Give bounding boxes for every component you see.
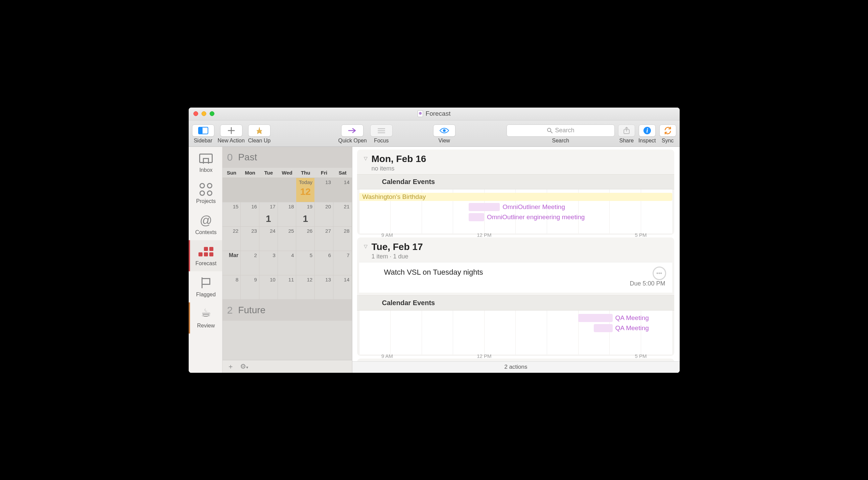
event-bar[interactable]: OmniOutliner engineering meeting (469, 213, 484, 221)
window-title: Forecast (426, 110, 451, 117)
document-icon (418, 110, 423, 117)
calendar-cell[interactable]: 25 (278, 227, 297, 251)
calendar-cell[interactable]: 14 (333, 275, 352, 300)
calendar-cell[interactable] (259, 178, 278, 202)
calendar-cell[interactable]: 10 (259, 275, 278, 300)
actions-count: 2 actions (504, 364, 527, 370)
calendar-cell[interactable]: 23 (241, 227, 259, 251)
calendar-cell[interactable]: 2 (241, 251, 259, 275)
day-section: ▽ Tue, Feb 17 1 item · 1 dueWatch VSL on… (357, 237, 674, 356)
perspective-projects[interactable]: Projects (189, 178, 222, 209)
share-button[interactable] (618, 124, 635, 137)
toolbar: Sidebar New Action Clean Up Quick Open (189, 120, 680, 147)
perspective-contexts[interactable]: @ Contexts (189, 209, 222, 240)
task-row[interactable]: Watch VSL on Tuesday nights Due 5:00 PM … (359, 262, 672, 293)
mini-calendar: 0 Past Sun Mon Tue Wed Thu Fri Sat Today… (222, 147, 352, 373)
disclosure-icon[interactable]: ▽ (364, 156, 368, 161)
timeline: QA MeetingQA Meeting9 AM 12 PM 5 PM (359, 311, 672, 355)
perspective-flagged[interactable]: Flagged (189, 271, 222, 302)
event-label: OmniOutliner engineering meeting (487, 213, 585, 221)
day-section: ▽ Mon, Feb 16 no itemsCalendar EventsWas… (357, 150, 674, 235)
event-bar[interactable]: OmniOutliner Meeting (469, 203, 500, 211)
calendar-cell[interactable]: 16 (241, 202, 259, 227)
calendar-cell[interactable]: 3 (259, 251, 278, 275)
quick-open-label: Quick Open (338, 138, 367, 144)
calendar-cell[interactable] (222, 178, 241, 202)
svg-rect-2 (378, 128, 385, 129)
minimize-window-button[interactable] (202, 111, 206, 116)
task-due: Due 5:00 PM (384, 280, 665, 287)
calendar-cell[interactable]: 27 (315, 227, 333, 251)
past-count: 0 (227, 152, 233, 163)
sidebar-button[interactable] (192, 124, 214, 137)
sync-button[interactable] (659, 124, 676, 137)
day-subtitle: no items (372, 165, 426, 172)
inspect-label: Inspect (638, 138, 656, 144)
calendar-cell[interactable]: 8 (222, 275, 241, 300)
quick-open-button[interactable] (341, 124, 363, 137)
calendar-cell[interactable]: 14 (333, 178, 352, 202)
calendar-cell[interactable]: 12 (296, 275, 315, 300)
settings-icon[interactable]: ⚙︎▾ (240, 362, 248, 370)
clean-up-button[interactable] (248, 124, 271, 137)
perspective-label: Contexts (195, 229, 216, 235)
calendar-cell[interactable]: 15 (222, 202, 241, 227)
future-row[interactable]: 2 Future (222, 300, 352, 321)
focus-button[interactable] (370, 124, 393, 137)
calendar-cell[interactable]: 171 (259, 202, 278, 227)
new-action-label: New Action (218, 138, 245, 144)
calendar-cell[interactable]: 7 (333, 251, 352, 275)
calendar-cell[interactable]: 6 (315, 251, 333, 275)
weekday-header: Sun Mon Tue Wed Thu Fri Sat (222, 168, 352, 178)
calendar-cell[interactable]: 26 (296, 227, 315, 251)
calendar-cell[interactable]: 11 (278, 275, 297, 300)
contexts-icon: @ (199, 214, 213, 227)
actions-count-bar: 2 actions (352, 361, 680, 373)
timeline: Washington's BirthdayOmniOutliner Meetin… (359, 189, 672, 233)
perspective-label: Inbox (199, 167, 212, 173)
calendar-cell[interactable]: Mar (222, 251, 241, 275)
calendar-cell[interactable]: 4 (278, 251, 297, 275)
new-action-button[interactable] (220, 124, 242, 137)
focus-label: Focus (374, 138, 389, 144)
view-button[interactable] (433, 124, 455, 137)
event-bar[interactable]: QA Meeting (578, 314, 613, 322)
calendar-cell[interactable] (278, 178, 297, 202)
zoom-window-button[interactable] (210, 111, 214, 116)
calendar-cell[interactable]: 18 (278, 202, 297, 227)
event-bar[interactable]: Washington's Birthday (359, 193, 672, 201)
search-input[interactable]: Search (507, 124, 615, 137)
clean-up-label: Clean Up (248, 138, 271, 144)
perspective-label: Projects (196, 198, 216, 204)
disclosure-icon[interactable]: ▽ (364, 244, 368, 249)
inspect-button[interactable]: i (639, 124, 656, 137)
perspective-review[interactable]: ☕︎ Review (189, 302, 222, 334)
calendar-cell[interactable]: 20 (315, 202, 333, 227)
calendar-cell[interactable]: 24 (259, 227, 278, 251)
calendar-cell[interactable]: Today12 (296, 178, 315, 202)
task-title: Watch VSL on Tuesday nights (384, 268, 665, 277)
detail-column: ▽ Mon, Feb 16 no itemsCalendar EventsWas… (352, 147, 680, 373)
calendar-cell[interactable]: 9 (241, 275, 259, 300)
task-status-circle[interactable]: ••• (653, 267, 666, 280)
past-row[interactable]: 0 Past (222, 147, 352, 168)
forecast-icon (198, 247, 213, 256)
perspective-label: Forecast (195, 260, 216, 267)
close-window-button[interactable] (193, 111, 198, 116)
review-icon: ☕︎ (199, 306, 213, 319)
calendar-cell[interactable] (241, 178, 259, 202)
calendar-cell[interactable]: 13 (315, 275, 333, 300)
calendar-cell[interactable]: 191 (296, 202, 315, 227)
calendar-cell[interactable]: 5 (296, 251, 315, 275)
calendar-grid: Today12131415161711819120212223242526272… (222, 178, 352, 300)
perspective-inbox[interactable]: Inbox (189, 147, 222, 178)
calendar-cell[interactable]: 13 (315, 178, 333, 202)
calendar-cell[interactable]: 21 (333, 202, 352, 227)
perspective-forecast[interactable]: Forecast (189, 240, 222, 271)
event-bar[interactable]: QA Meeting (594, 324, 613, 332)
perspective-label: Review (197, 323, 215, 329)
calendar-cell[interactable]: 28 (333, 227, 352, 251)
add-icon[interactable]: ＋ (227, 362, 234, 371)
projects-icon (200, 183, 212, 196)
calendar-cell[interactable]: 22 (222, 227, 241, 251)
